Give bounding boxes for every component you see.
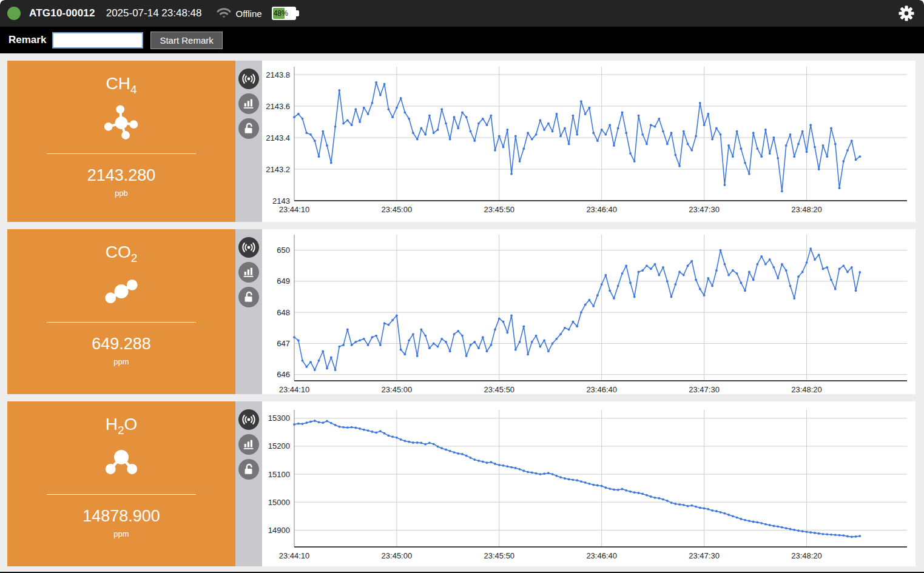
top-status-bar: ATG10-00012 2025-07-14 23:48:48 Offline … xyxy=(0,0,924,27)
molecule-icon-ch4 xyxy=(101,101,141,142)
gas-row-h2o: H2O 14878.900 ppm 1490015000151001520015… xyxy=(7,401,916,566)
icon-strip-ch4 xyxy=(235,61,262,222)
unlock-button[interactable] xyxy=(238,118,259,139)
gas-card-co2: CO2 649.288 ppm xyxy=(7,229,235,394)
chart-co2[interactable]: 64664764864965023:44:1023:45:0023:45:502… xyxy=(262,229,916,394)
svg-text:23:45:50: 23:45:50 xyxy=(484,205,514,214)
gas-card-h2o: H2O 14878.900 ppm xyxy=(7,401,235,566)
svg-text:2143.6: 2143.6 xyxy=(266,102,290,111)
gas-formula: CH4 xyxy=(106,74,137,96)
live-icon xyxy=(241,72,256,86)
svg-text:23:46:40: 23:46:40 xyxy=(586,385,617,394)
unlock-icon xyxy=(242,290,255,304)
unlock-button[interactable] xyxy=(238,459,259,480)
bar-chart-button[interactable] xyxy=(238,434,259,455)
gas-row-ch4: CH4 2143.280 ppb 21432143.22143.42143. xyxy=(7,61,916,222)
start-remark-button[interactable]: Start Remark xyxy=(150,32,222,49)
svg-text:2143.4: 2143.4 xyxy=(266,133,290,142)
device-id: ATG10-00012 xyxy=(29,7,95,19)
live-icon xyxy=(241,412,256,427)
gas-card-ch4: CH4 2143.280 ppb xyxy=(7,61,235,222)
connection-status: Offline xyxy=(236,8,262,19)
svg-text:23:44:10: 23:44:10 xyxy=(279,385,310,394)
chart-ch4[interactable]: 21432143.22143.42143.62143.823:44:1023:4… xyxy=(262,61,916,222)
bar-chart-icon xyxy=(242,266,255,279)
gas-unit: ppm xyxy=(113,357,129,366)
svg-text:649: 649 xyxy=(277,276,290,286)
svg-text:15200: 15200 xyxy=(268,441,290,451)
svg-text:2143: 2143 xyxy=(272,196,290,206)
card-divider xyxy=(47,322,196,323)
gas-formula: H2O xyxy=(106,415,138,437)
live-button[interactable] xyxy=(238,237,259,258)
svg-text:23:45:50: 23:45:50 xyxy=(484,385,514,394)
gas-row-co2: CO2 649.288 ppm 64664764864965023:44:102… xyxy=(7,229,916,394)
remark-input[interactable] xyxy=(52,32,143,49)
svg-text:23:47:30: 23:47:30 xyxy=(689,205,720,214)
live-button[interactable] xyxy=(238,69,259,89)
live-icon xyxy=(241,240,256,255)
card-divider xyxy=(47,153,196,154)
svg-text:23:47:30: 23:47:30 xyxy=(689,385,720,394)
unlock-icon xyxy=(242,122,255,135)
unlock-icon xyxy=(242,463,255,476)
wifi-icon xyxy=(215,5,232,22)
chart-h2o[interactable]: 149001500015100152001530023:44:1023:45:0… xyxy=(262,401,916,566)
svg-text:650: 650 xyxy=(277,246,290,255)
svg-text:23:45:50: 23:45:50 xyxy=(484,551,514,560)
panel-rows: CH4 2143.280 ppb 21432143.22143.42143. xyxy=(0,53,924,573)
svg-text:2143.2: 2143.2 xyxy=(266,165,290,174)
icon-strip-h2o xyxy=(235,401,262,566)
icon-strip-co2 xyxy=(235,229,262,394)
unlock-button[interactable] xyxy=(238,287,259,307)
live-button[interactable] xyxy=(238,409,259,430)
svg-text:647: 647 xyxy=(277,339,290,348)
svg-text:23:47:30: 23:47:30 xyxy=(689,551,720,560)
app-window: ATG10-00012 2025-07-14 23:48:48 Offline … xyxy=(0,0,924,573)
bar-chart-button[interactable] xyxy=(238,262,259,283)
gear-icon[interactable]: /* teeth built in main script */ xyxy=(899,5,914,21)
remark-label: Remark xyxy=(8,34,46,46)
svg-text:23:48:20: 23:48:20 xyxy=(791,385,822,394)
svg-text:23:44:10: 23:44:10 xyxy=(279,551,310,560)
timestamp: 2025-07-14 23:48:48 xyxy=(106,7,202,19)
gas-formula: CO2 xyxy=(106,243,138,265)
battery-percent: 48% xyxy=(272,9,288,18)
svg-text:23:45:00: 23:45:00 xyxy=(382,551,413,560)
svg-text:23:48:20: 23:48:20 xyxy=(791,551,822,560)
bar-chart-button[interactable] xyxy=(238,93,259,114)
gas-value: 2143.280 xyxy=(87,166,156,185)
remark-bar: Remark Start Remark xyxy=(0,27,924,53)
svg-text:23:44:10: 23:44:10 xyxy=(279,205,310,214)
bar-chart-icon xyxy=(242,97,255,110)
svg-text:648: 648 xyxy=(277,308,290,317)
svg-text:23:46:40: 23:46:40 xyxy=(586,205,617,214)
gas-value: 649.288 xyxy=(92,335,151,354)
battery-indicator: 48% xyxy=(272,7,296,20)
svg-text:646: 646 xyxy=(277,370,290,379)
card-divider xyxy=(47,494,196,495)
svg-text:2143.8: 2143.8 xyxy=(266,70,290,79)
svg-text:23:45:00: 23:45:00 xyxy=(382,385,413,394)
svg-text:14900: 14900 xyxy=(268,526,290,535)
svg-text:15300: 15300 xyxy=(268,414,290,423)
molecule-icon-co2 xyxy=(101,270,141,311)
svg-text:15000: 15000 xyxy=(268,498,290,507)
gas-unit: ppb xyxy=(115,189,128,198)
svg-text:23:45:00: 23:45:00 xyxy=(382,205,413,214)
status-dot-icon xyxy=(7,7,21,20)
battery-nub xyxy=(296,10,299,16)
svg-text:15100: 15100 xyxy=(268,470,290,479)
bar-chart-icon xyxy=(242,438,255,451)
gas-value: 14878.900 xyxy=(83,507,160,526)
gas-unit: ppm xyxy=(113,529,129,538)
molecule-icon-h2o xyxy=(101,442,141,483)
svg-text:23:48:20: 23:48:20 xyxy=(791,205,822,214)
svg-text:23:46:40: 23:46:40 xyxy=(586,551,617,560)
